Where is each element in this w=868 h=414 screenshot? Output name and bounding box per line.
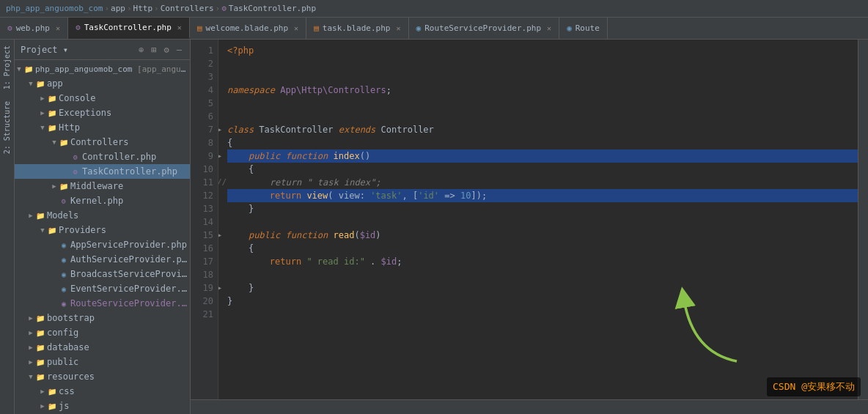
gutter-icon-11: // [218, 176, 227, 189]
code-token [227, 149, 249, 163]
tree-authservice[interactable]: ◉ AuthServiceProvider.php [15, 252, 190, 267]
tab-routeservice-label: RouteServiceProvider.php [424, 23, 541, 33]
tree-label-exceptions: Exceptions [57, 108, 111, 118]
tree-console[interactable]: ▶ 📁 Console [15, 91, 190, 106]
tree-label-app: app [45, 78, 63, 89]
tree-js[interactable]: ▶ 📁 js [15, 399, 190, 413]
project-toolbar-split[interactable]: ⊞ [149, 44, 158, 56]
tree-arrow-root: ▼ [15, 65, 23, 73]
tree-icon-routeservice: ◉ [59, 300, 69, 308]
tree-controller-php[interactable]: ⚙ Controller.php [15, 149, 190, 164]
tree-arrow-bootstrap: ▶ [26, 314, 35, 322]
tree-kernel-php[interactable]: ⚙ Kernel.php [15, 193, 190, 208]
tree-icon-middleware: 📁 [59, 182, 69, 191]
tree-eventservice[interactable]: ◉ EventServiceProvider.php [15, 281, 190, 296]
code-container: 1 2 3 4 5 6 7 8 9 10 11 12 13 14 15 16 1… [191, 40, 868, 399]
code-line-20: } [227, 295, 858, 308]
tree-arrow-app: ▼ [26, 80, 35, 87]
code-token [227, 229, 249, 242]
tree-public[interactable]: ▶ 📁 public [15, 355, 190, 369]
tree-root[interactable]: ▼ 📁 php_app_anguomob_com [app_anguomob_c… [15, 62, 190, 76]
tree-icon-appservice: ◉ [59, 241, 69, 249]
code-line-14 [227, 215, 858, 229]
code-token: " read id:" [306, 255, 364, 268]
project-panel: Project ▾ ⊕ ⊞ ⚙ — ▼ 📁 php_app_anguomob_c… [15, 40, 191, 414]
breadcrumb-item-4[interactable]: Controllers [161, 4, 214, 13]
tree-arrow-exceptions: ▶ [38, 109, 47, 117]
fold-icon-9: ▶ [218, 149, 221, 163]
code-token: return [270, 255, 301, 268]
tree-arrow-models: ▶ [26, 212, 35, 219]
code-token: public [249, 149, 280, 163]
tree-broadcastservice[interactable]: ◉ BroadcastServiceProvider.php [15, 267, 190, 281]
tab-task-icon: ▤ [314, 23, 319, 33]
tree-icon-config: 📁 [35, 329, 45, 337]
sidebar-label-project[interactable]: 1: Project [1, 40, 12, 95]
tab-routeservice-close[interactable]: ✕ [547, 24, 551, 32]
tree-label-resources: resources [45, 372, 95, 382]
tree-exceptions[interactable]: ▶ 📁 Exceptions [15, 106, 190, 120]
breadcrumb-item-5[interactable]: ⚙ [221, 4, 227, 13]
code-line-4: namespace App\Http\Controllers; [227, 84, 858, 97]
tree-http[interactable]: ▼ 📁 Http [15, 120, 190, 135]
tree-label-authservice: AuthServiceProvider.php [69, 254, 190, 265]
breadcrumb-item-3[interactable]: Http [133, 4, 153, 13]
tree-app[interactable]: ▼ 📁 app [15, 76, 190, 91]
tree-css[interactable]: ▶ 📁 css [15, 384, 190, 399]
code-editor[interactable]: <?php namespace App\Http\Controllers; ▶ … [218, 40, 858, 399]
code-token: ; [397, 255, 402, 268]
tree-arrow-providers: ▼ [38, 226, 47, 234]
tab-task[interactable]: ▤ task.blade.php ✕ [306, 18, 408, 39]
breadcrumb-item-1[interactable]: php_app_anguomob_com [6, 4, 103, 13]
tree-controllers[interactable]: ▼ 📁 Controllers [15, 135, 190, 149]
code-token: App\Http\Controllers [280, 84, 386, 97]
tab-welcome[interactable]: ▤ welcome.blade.php ✕ [190, 18, 306, 39]
tree-providers[interactable]: ▼ 📁 Providers [15, 223, 190, 237]
code-token [227, 163, 249, 176]
fold-icon-15: ▶ [218, 229, 221, 242]
code-token: 'task' [370, 189, 402, 202]
code-token: public [249, 229, 280, 242]
tab-taskcontroller[interactable]: ⚙ TaskController.php ✕ [68, 18, 190, 39]
tree-arrow-controllers: ▼ [50, 138, 59, 146]
tree-resources[interactable]: ▼ 📁 resources [15, 369, 190, 384]
code-line-10: { [227, 163, 858, 176]
project-toolbar-minimize[interactable]: — [174, 44, 184, 56]
sidebar-label-structure[interactable]: 2: Structure [1, 95, 12, 160]
project-toolbar-add[interactable]: ⊕ [136, 44, 146, 56]
tree-icon-resources: 📁 [35, 373, 45, 381]
code-token: return " task index"; [227, 176, 381, 189]
code-line-5 [227, 97, 858, 110]
tree-database[interactable]: ▶ 📁 database [15, 340, 190, 355]
tab-welcome-close[interactable]: ✕ [294, 24, 298, 32]
tree-appservice[interactable]: ◉ AppServiceProvider.php [15, 237, 190, 252]
tab-route[interactable]: ◉ Route [559, 18, 608, 39]
project-toolbar-settings[interactable]: ⚙ [162, 44, 172, 56]
tree-config[interactable]: ▶ 📁 config [15, 325, 190, 340]
tab-taskctrl-label: TaskController.php [84, 23, 172, 32]
tree-icon-broadcastservice: ◉ [59, 270, 69, 278]
tree-middleware[interactable]: ▶ 📁 Middleware [15, 179, 190, 193]
tab-web-close[interactable]: ✕ [56, 24, 60, 32]
tree-taskcontroller-php[interactable]: ⚙ TaskController.php [15, 164, 190, 179]
tree-label-middleware: Middleware [69, 181, 123, 191]
code-token [227, 189, 270, 202]
code-line-2 [227, 57, 858, 70]
code-token: return [270, 189, 301, 202]
tree-label-controllers: Controllers [69, 137, 128, 147]
tab-routeservice[interactable]: ◉ RouteServiceProvider.php ✕ [409, 18, 560, 39]
tree-arrow-css: ▶ [38, 388, 47, 395]
tree-bootstrap[interactable]: ▶ 📁 bootstrap [15, 311, 190, 325]
tab-route-label: Route [575, 23, 600, 33]
tree-label-models: Models [45, 210, 78, 221]
tree-routeservice[interactable]: ◉ RouteServiceProvider.php [15, 296, 190, 311]
code-token: namespace [227, 84, 275, 97]
tree-label-bootstrap: bootstrap [45, 313, 95, 323]
tab-task-close[interactable]: ✕ [396, 24, 400, 32]
tree-models[interactable]: ▶ 📁 Models [15, 208, 190, 223]
breadcrumb-item-2[interactable]: app [111, 4, 125, 13]
tree-icon-http: 📁 [47, 124, 57, 132]
tab-web[interactable]: ⚙ web.php ✕ [0, 18, 68, 39]
tab-taskctrl-close[interactable]: ✕ [177, 23, 182, 32]
breadcrumb-item-5-label[interactable]: TaskController.php [229, 4, 316, 13]
